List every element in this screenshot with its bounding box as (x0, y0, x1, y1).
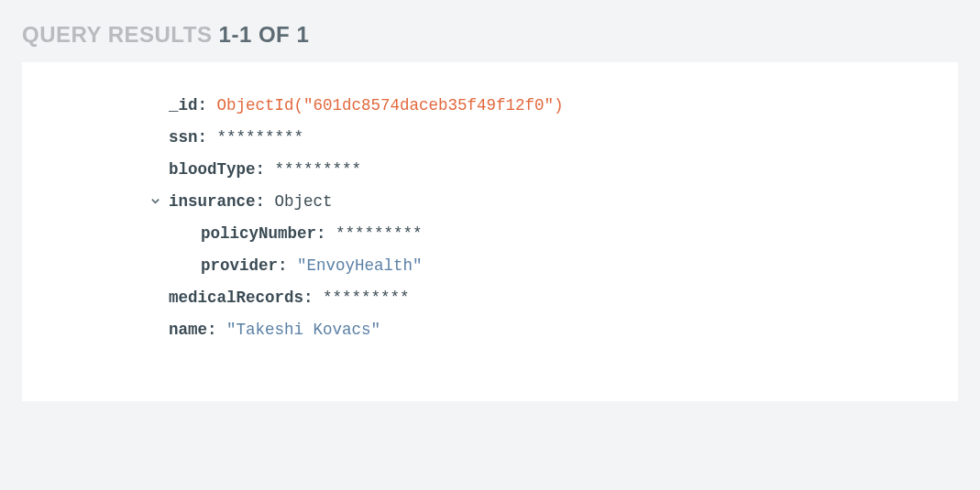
header-count: 1-1 OF 1 (219, 22, 310, 47)
field-key: provider (201, 250, 278, 282)
field-row-id[interactable]: _id: ObjectId("601dc8574daceb35f49f12f0"… (59, 90, 921, 122)
field-row-provider[interactable]: provider: "EnvoyHealth" (59, 250, 921, 282)
field-key: name (169, 314, 207, 346)
chevron-down-icon[interactable] (150, 196, 169, 206)
colon: : (256, 186, 275, 218)
colon: : (198, 122, 217, 154)
field-value-type: Object (275, 186, 333, 218)
field-value-objectid: ObjectId("601dc8574daceb35f49f12f0") (217, 90, 564, 122)
field-value-string: "Takeshi Kovacs" (226, 314, 380, 346)
colon: : (303, 282, 323, 314)
results-header: QUERY RESULTS 1-1 OF 1 (0, 0, 980, 62)
field-row-ssn[interactable]: ssn: ********* (59, 122, 921, 154)
field-key: medicalRecords (169, 282, 303, 314)
field-key: _id (169, 90, 198, 122)
result-card: _id: ObjectId("601dc8574daceb35f49f12f0"… (22, 62, 958, 401)
field-row-policynumber[interactable]: policyNumber: ********* (59, 218, 921, 250)
field-row-name[interactable]: name: "Takeshi Kovacs" (59, 314, 921, 346)
field-value-masked: ********* (275, 154, 362, 186)
field-row-insurance[interactable]: insurance: Object (59, 186, 921, 218)
field-key: ssn (169, 122, 198, 154)
colon: : (278, 250, 297, 282)
field-value-masked: ********* (336, 218, 423, 250)
colon: : (256, 154, 275, 186)
field-value-masked: ********* (217, 122, 304, 154)
field-value-string: "EnvoyHealth" (297, 250, 423, 282)
field-key: insurance (169, 186, 256, 218)
field-value-masked: ********* (323, 282, 410, 314)
colon: : (198, 90, 217, 122)
field-row-bloodtype[interactable]: bloodType: ********* (59, 154, 921, 186)
colon: : (207, 314, 226, 346)
field-row-medicalrecords[interactable]: medicalRecords: ********* (59, 282, 921, 314)
field-key: policyNumber (201, 218, 316, 250)
header-prefix: QUERY RESULTS (22, 22, 219, 47)
document: _id: ObjectId("601dc8574daceb35f49f12f0"… (59, 90, 921, 346)
field-key: bloodType (169, 154, 256, 186)
colon: : (316, 218, 336, 250)
